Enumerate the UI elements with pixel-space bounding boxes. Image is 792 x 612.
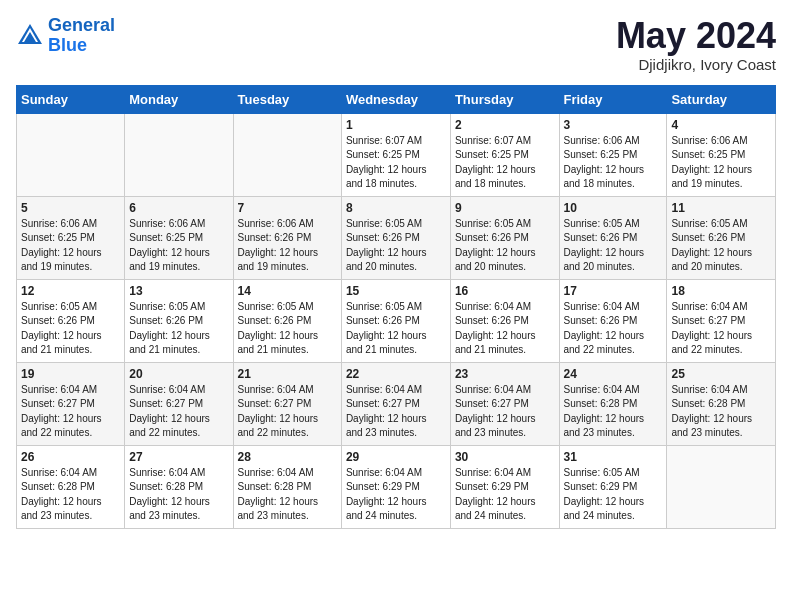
day-info: Sunrise: 6:05 AM Sunset: 6:26 PM Dayligh… [346, 300, 446, 358]
calendar-cell: 31Sunrise: 6:05 AM Sunset: 6:29 PM Dayli… [559, 445, 667, 528]
calendar-cell: 24Sunrise: 6:04 AM Sunset: 6:28 PM Dayli… [559, 362, 667, 445]
calendar-cell: 1Sunrise: 6:07 AM Sunset: 6:25 PM Daylig… [341, 113, 450, 196]
day-info: Sunrise: 6:06 AM Sunset: 6:25 PM Dayligh… [671, 134, 771, 192]
day-number: 3 [564, 118, 663, 132]
day-info: Sunrise: 6:04 AM Sunset: 6:28 PM Dayligh… [21, 466, 120, 524]
weekday-header-wednesday: Wednesday [341, 85, 450, 113]
day-number: 25 [671, 367, 771, 381]
day-info: Sunrise: 6:04 AM Sunset: 6:28 PM Dayligh… [238, 466, 337, 524]
weekday-header-row: SundayMondayTuesdayWednesdayThursdayFrid… [17, 85, 776, 113]
day-number: 9 [455, 201, 555, 215]
day-info: Sunrise: 6:04 AM Sunset: 6:27 PM Dayligh… [455, 383, 555, 441]
day-number: 17 [564, 284, 663, 298]
day-number: 20 [129, 367, 228, 381]
day-number: 24 [564, 367, 663, 381]
day-number: 4 [671, 118, 771, 132]
day-number: 22 [346, 367, 446, 381]
calendar-cell [125, 113, 233, 196]
day-info: Sunrise: 6:05 AM Sunset: 6:29 PM Dayligh… [564, 466, 663, 524]
calendar-cell: 13Sunrise: 6:05 AM Sunset: 6:26 PM Dayli… [125, 279, 233, 362]
day-info: Sunrise: 6:05 AM Sunset: 6:26 PM Dayligh… [21, 300, 120, 358]
day-info: Sunrise: 6:07 AM Sunset: 6:25 PM Dayligh… [455, 134, 555, 192]
logo-text: General Blue [48, 16, 115, 56]
calendar-cell: 22Sunrise: 6:04 AM Sunset: 6:27 PM Dayli… [341, 362, 450, 445]
calendar-week-5: 26Sunrise: 6:04 AM Sunset: 6:28 PM Dayli… [17, 445, 776, 528]
calendar-cell: 7Sunrise: 6:06 AM Sunset: 6:26 PM Daylig… [233, 196, 341, 279]
month-title: May 2024 [616, 16, 776, 56]
calendar-week-3: 12Sunrise: 6:05 AM Sunset: 6:26 PM Dayli… [17, 279, 776, 362]
calendar-cell: 16Sunrise: 6:04 AM Sunset: 6:26 PM Dayli… [450, 279, 559, 362]
weekday-header-saturday: Saturday [667, 85, 776, 113]
day-number: 10 [564, 201, 663, 215]
calendar-cell: 14Sunrise: 6:05 AM Sunset: 6:26 PM Dayli… [233, 279, 341, 362]
weekday-header-sunday: Sunday [17, 85, 125, 113]
calendar-cell: 12Sunrise: 6:05 AM Sunset: 6:26 PM Dayli… [17, 279, 125, 362]
calendar-cell: 17Sunrise: 6:04 AM Sunset: 6:26 PM Dayli… [559, 279, 667, 362]
day-info: Sunrise: 6:05 AM Sunset: 6:26 PM Dayligh… [671, 217, 771, 275]
day-number: 6 [129, 201, 228, 215]
day-number: 31 [564, 450, 663, 464]
day-number: 5 [21, 201, 120, 215]
calendar-cell: 21Sunrise: 6:04 AM Sunset: 6:27 PM Dayli… [233, 362, 341, 445]
day-info: Sunrise: 6:05 AM Sunset: 6:26 PM Dayligh… [564, 217, 663, 275]
weekday-header-tuesday: Tuesday [233, 85, 341, 113]
calendar-cell: 18Sunrise: 6:04 AM Sunset: 6:27 PM Dayli… [667, 279, 776, 362]
logo-icon [16, 22, 44, 50]
day-number: 12 [21, 284, 120, 298]
calendar-cell [667, 445, 776, 528]
calendar-cell: 3Sunrise: 6:06 AM Sunset: 6:25 PM Daylig… [559, 113, 667, 196]
calendar-cell: 23Sunrise: 6:04 AM Sunset: 6:27 PM Dayli… [450, 362, 559, 445]
calendar-cell [233, 113, 341, 196]
day-number: 30 [455, 450, 555, 464]
calendar-table: SundayMondayTuesdayWednesdayThursdayFrid… [16, 85, 776, 529]
day-number: 27 [129, 450, 228, 464]
day-info: Sunrise: 6:07 AM Sunset: 6:25 PM Dayligh… [346, 134, 446, 192]
calendar-cell: 27Sunrise: 6:04 AM Sunset: 6:28 PM Dayli… [125, 445, 233, 528]
weekday-header-monday: Monday [125, 85, 233, 113]
day-info: Sunrise: 6:04 AM Sunset: 6:27 PM Dayligh… [21, 383, 120, 441]
day-number: 23 [455, 367, 555, 381]
day-info: Sunrise: 6:04 AM Sunset: 6:28 PM Dayligh… [671, 383, 771, 441]
day-number: 19 [21, 367, 120, 381]
calendar-cell: 28Sunrise: 6:04 AM Sunset: 6:28 PM Dayli… [233, 445, 341, 528]
day-info: Sunrise: 6:04 AM Sunset: 6:28 PM Dayligh… [564, 383, 663, 441]
day-number: 15 [346, 284, 446, 298]
calendar-cell: 5Sunrise: 6:06 AM Sunset: 6:25 PM Daylig… [17, 196, 125, 279]
calendar-cell: 19Sunrise: 6:04 AM Sunset: 6:27 PM Dayli… [17, 362, 125, 445]
day-number: 7 [238, 201, 337, 215]
day-number: 2 [455, 118, 555, 132]
day-info: Sunrise: 6:04 AM Sunset: 6:28 PM Dayligh… [129, 466, 228, 524]
day-info: Sunrise: 6:05 AM Sunset: 6:26 PM Dayligh… [238, 300, 337, 358]
day-info: Sunrise: 6:04 AM Sunset: 6:27 PM Dayligh… [346, 383, 446, 441]
day-number: 16 [455, 284, 555, 298]
day-number: 26 [21, 450, 120, 464]
page-header: General Blue May 2024 Djidjikro, Ivory C… [16, 16, 776, 73]
day-number: 28 [238, 450, 337, 464]
day-info: Sunrise: 6:04 AM Sunset: 6:29 PM Dayligh… [455, 466, 555, 524]
day-number: 1 [346, 118, 446, 132]
calendar-cell: 26Sunrise: 6:04 AM Sunset: 6:28 PM Dayli… [17, 445, 125, 528]
calendar-cell: 29Sunrise: 6:04 AM Sunset: 6:29 PM Dayli… [341, 445, 450, 528]
day-info: Sunrise: 6:04 AM Sunset: 6:27 PM Dayligh… [129, 383, 228, 441]
location: Djidjikro, Ivory Coast [616, 56, 776, 73]
calendar-cell: 20Sunrise: 6:04 AM Sunset: 6:27 PM Dayli… [125, 362, 233, 445]
calendar-cell: 25Sunrise: 6:04 AM Sunset: 6:28 PM Dayli… [667, 362, 776, 445]
calendar-week-1: 1Sunrise: 6:07 AM Sunset: 6:25 PM Daylig… [17, 113, 776, 196]
calendar-week-4: 19Sunrise: 6:04 AM Sunset: 6:27 PM Dayli… [17, 362, 776, 445]
title-block: May 2024 Djidjikro, Ivory Coast [616, 16, 776, 73]
day-info: Sunrise: 6:06 AM Sunset: 6:25 PM Dayligh… [21, 217, 120, 275]
calendar-cell: 6Sunrise: 6:06 AM Sunset: 6:25 PM Daylig… [125, 196, 233, 279]
calendar-cell [17, 113, 125, 196]
day-info: Sunrise: 6:05 AM Sunset: 6:26 PM Dayligh… [455, 217, 555, 275]
calendar-week-2: 5Sunrise: 6:06 AM Sunset: 6:25 PM Daylig… [17, 196, 776, 279]
day-number: 14 [238, 284, 337, 298]
logo: General Blue [16, 16, 115, 56]
day-number: 21 [238, 367, 337, 381]
calendar-cell: 2Sunrise: 6:07 AM Sunset: 6:25 PM Daylig… [450, 113, 559, 196]
day-info: Sunrise: 6:06 AM Sunset: 6:26 PM Dayligh… [238, 217, 337, 275]
day-info: Sunrise: 6:04 AM Sunset: 6:27 PM Dayligh… [671, 300, 771, 358]
calendar-cell: 9Sunrise: 6:05 AM Sunset: 6:26 PM Daylig… [450, 196, 559, 279]
day-info: Sunrise: 6:04 AM Sunset: 6:29 PM Dayligh… [346, 466, 446, 524]
day-number: 11 [671, 201, 771, 215]
day-number: 18 [671, 284, 771, 298]
